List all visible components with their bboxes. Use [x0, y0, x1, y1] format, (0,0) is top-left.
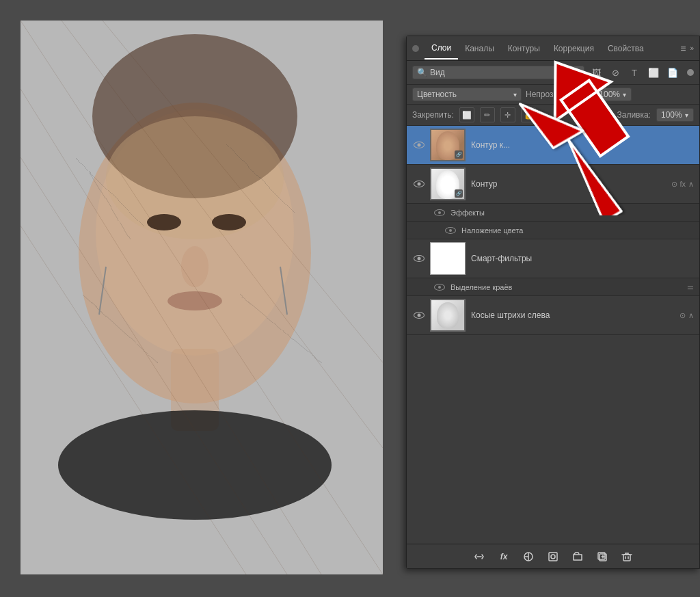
fx-icon-2: ⊙ fx — [671, 180, 686, 189]
layer-thumb-2: 🔗 — [430, 168, 466, 200]
sublayer-name-edge: Выделение краёв — [450, 283, 512, 291]
new-group-btn[interactable] — [569, 548, 586, 565]
collapse-icon-2[interactable]: ∧ — [688, 180, 694, 189]
panel-close-button[interactable] — [412, 45, 419, 52]
filter-smart-icon[interactable]: 📄 — [665, 65, 680, 80]
filter-row: 🔍 Вид ▾ 🖼 ⊘ T ⬜ 📄 — [407, 61, 699, 85]
tab-correction[interactable]: Коррекция — [547, 38, 601, 59]
svg-point-4 — [106, 116, 284, 239]
layer-visibility-2[interactable] — [412, 177, 426, 191]
layer-item-4[interactable]: Косые штрихи слева ⊙ ∧ — [407, 296, 699, 335]
lock-position-btn[interactable]: ✛ — [500, 107, 515, 122]
sublayer-color-overlay[interactable]: Наложение цвета — [407, 222, 699, 239]
filter-adjust-icon[interactable]: ⊘ — [608, 65, 623, 80]
edge-icon: ⚌ — [687, 282, 694, 291]
layer-name-1: Контур к... — [471, 140, 694, 150]
layer-link-badge-1: 🔗 — [455, 150, 463, 159]
group-icon — [572, 551, 583, 562]
mask-icon — [548, 551, 558, 562]
panel-menu-icon[interactable]: ≡ — [680, 43, 686, 54]
fill-icon — [523, 551, 534, 562]
clock-icon-4: ⊙ — [679, 311, 686, 320]
layer-name-2: Контур — [471, 179, 671, 189]
eye-icon-4 — [414, 312, 425, 319]
layer-info-3: Смарт-фильтры — [471, 254, 694, 263]
link-layers-btn[interactable] — [471, 548, 487, 565]
filter-dropdown[interactable]: 🔍 Вид ▾ — [412, 66, 584, 79]
filter-active-indicator — [687, 69, 694, 76]
panel-toolbar: fx — [407, 544, 699, 568]
fill-value[interactable]: 100% ▾ — [656, 108, 694, 122]
opacity-arrow: ▾ — [623, 91, 626, 98]
layer-item-2[interactable]: 🔗 Контур ⊙ fx ∧ — [407, 165, 699, 204]
filter-image-icon[interactable]: 🖼 — [589, 65, 604, 80]
layer-thumb-3 — [430, 242, 466, 275]
fill-arrow: ▾ — [685, 111, 688, 119]
layers-list: 🔗 Контур к... 🔗 Контур ⊙ fx ∧ — [407, 126, 699, 521]
filter-shape-icon[interactable]: ⬜ — [646, 65, 661, 80]
layer-info-1: Контур к... — [471, 140, 694, 150]
lock-row: Закрепить: ⬜ ✏ ✛ 🔒 Заливка: 100% ▾ — [407, 105, 699, 126]
svg-rect-34 — [623, 555, 630, 561]
lock-all-btn[interactable]: 🔒 — [521, 107, 536, 122]
tab-channels[interactable]: Каналы — [458, 38, 501, 59]
tab-layers[interactable]: Слои — [425, 38, 458, 59]
delete-icon — [621, 551, 632, 562]
lock-label: Закрепить: — [412, 110, 454, 120]
new-layer-icon — [597, 551, 608, 562]
layer-icons-right-4: ⊙ ∧ — [679, 311, 694, 320]
layer-link-badge-2: 🔗 — [455, 189, 463, 198]
svg-point-5 — [147, 214, 181, 230]
filter-arrow: ▾ — [576, 69, 580, 77]
lock-transparent-btn[interactable]: ⬜ — [459, 107, 474, 122]
sublayer-eye-effects — [434, 209, 445, 216]
collapse-icon-4[interactable]: ∧ — [688, 311, 694, 320]
blend-row: Цветность ▾ Непрозрачность: 100% ▾ — [407, 85, 699, 105]
layer-item-3[interactable]: Смарт-фильтры — [407, 239, 699, 278]
canvas-area — [21, 21, 383, 574]
layer-visibility-4[interactable] — [412, 308, 426, 322]
blend-mode-label: Цветность — [417, 90, 457, 99]
opacity-number: 100% — [599, 90, 620, 99]
blend-mode-arrow: ▾ — [513, 91, 517, 98]
layer-name-4: Косые штрихи слева — [471, 310, 679, 320]
sublayer-eye-color — [445, 227, 456, 234]
new-layer-btn[interactable] — [594, 548, 610, 565]
thumb-face-4 — [437, 302, 459, 328]
layer-thumb-4 — [430, 299, 466, 332]
layer-item-1[interactable]: 🔗 Контур к... — [407, 126, 699, 165]
delete-layer-btn[interactable] — [619, 548, 635, 565]
filter-label: Вид — [430, 68, 445, 77]
svg-point-8 — [167, 291, 222, 310]
svg-point-6 — [212, 214, 246, 230]
layer-info-4: Косые штрихи слева — [471, 310, 679, 320]
layer-name-3: Смарт-фильтры — [471, 254, 694, 263]
svg-point-15 — [58, 410, 332, 520]
eye-icon-3 — [414, 255, 425, 262]
link-icon — [474, 551, 485, 562]
layer-visibility-1[interactable] — [412, 138, 426, 152]
lock-image-btn[interactable]: ✏ — [480, 107, 495, 122]
add-mask-btn[interactable] — [545, 548, 561, 565]
tab-paths[interactable]: Контуры — [501, 38, 547, 59]
blend-mode-dropdown[interactable]: Цветность ▾ — [412, 88, 522, 101]
opacity-value[interactable]: 100% ▾ — [594, 88, 632, 101]
tab-properties[interactable]: Свойства — [601, 38, 651, 59]
layers-panel: Слои Каналы Контуры Коррекция Свойства ≡… — [406, 36, 700, 569]
panel-tabs: Слои Каналы Контуры Коррекция Свойства ≡… — [407, 36, 699, 61]
svg-rect-30 — [549, 553, 557, 561]
sublayer-name-effects: Эффекты — [450, 209, 485, 217]
sublayer-effects-header[interactable]: Эффекты — [407, 204, 699, 222]
layer-icons-right-2: ⊙ fx ∧ — [671, 180, 694, 189]
new-fill-adjustment-btn[interactable] — [520, 548, 537, 565]
layer-info-2: Контур — [471, 179, 671, 189]
filter-text-icon[interactable]: T — [627, 65, 642, 80]
fx-btn[interactable]: fx — [496, 548, 512, 565]
layer-visibility-3[interactable] — [412, 252, 426, 265]
opacity-label: Непрозрачность: — [526, 90, 590, 99]
collapse-icon[interactable]: » — [690, 44, 694, 52]
fill-number: 100% — [661, 110, 682, 120]
search-icon: 🔍 — [417, 68, 427, 77]
fill-label: Заливка: — [617, 110, 651, 120]
sublayer-edge-select[interactable]: Выделение краёв ⚌ — [407, 278, 699, 296]
